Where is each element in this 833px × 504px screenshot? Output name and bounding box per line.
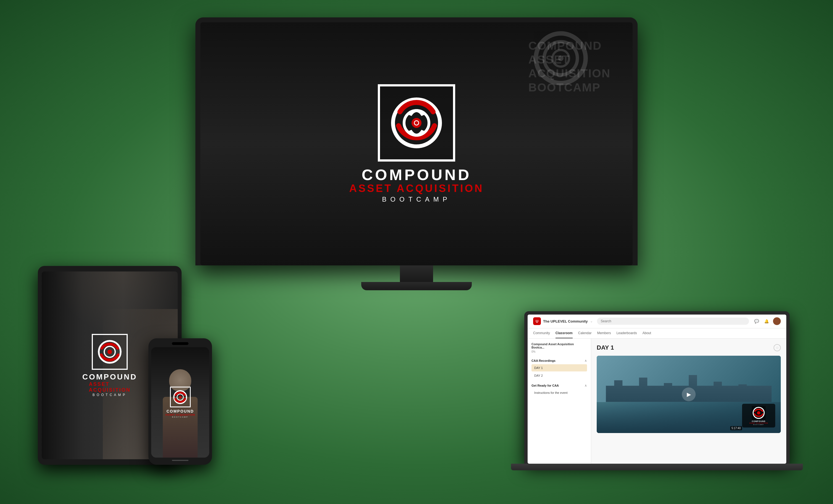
overlay-logo-text-compound: COMPOUND xyxy=(752,420,766,422)
laptop-base xyxy=(511,464,803,470)
main-content: DAY 1 ○ ▶ xyxy=(591,338,786,464)
phone-logo-svg xyxy=(173,390,187,404)
bg-logo-hint xyxy=(533,31,588,86)
laptop-frame: U The UPLEVEL Community ⌄ 💬 🔔 xyxy=(524,311,790,464)
tablet-logo-box xyxy=(92,334,128,370)
section-get-ready: Get Ready for CAA ∧ Instructions for the… xyxy=(531,382,587,396)
section-title-getready: Get Ready for CAA xyxy=(531,384,559,387)
title-row: DAY 1 ○ xyxy=(597,344,781,351)
monitor-logo: COMPOUND ASSET ACQUISITION BOOTCAMP xyxy=(349,84,484,203)
phone-bootcamp-text: BOOTCAMP xyxy=(172,416,188,418)
logo-asset-text: ASSET ACQUISITION xyxy=(349,182,484,195)
section-header-recordings[interactable]: CAA Recordings ∧ xyxy=(531,357,587,364)
day-title: DAY 1 xyxy=(597,344,614,351)
video-duration: 5:17:40 xyxy=(730,426,742,430)
header-icons: 💬 🔔 xyxy=(753,317,781,325)
tablet-asset-text: ASSETACQUISITION xyxy=(89,381,130,393)
org-logo-icon: U xyxy=(533,317,541,325)
monitor-screen: COMPOUNDASSETACQUISITIONBOOTCAMP xyxy=(200,22,633,266)
section-caa-recordings: CAA Recordings ∧ DAY 1 DAY 2 xyxy=(531,357,587,379)
nav-classroom[interactable]: Classroom xyxy=(555,328,573,338)
app-header: U The UPLEVEL Community ⌄ 💬 🔔 xyxy=(528,314,786,328)
video-thumbnail[interactable]: ▶ COM xyxy=(597,356,781,433)
nav-community[interactable]: Community xyxy=(533,328,550,338)
phone: COMPOUND ASSET ACQUISITION BOOTCAMP xyxy=(148,338,212,465)
laptop: U The UPLEVEL Community ⌄ 💬 🔔 xyxy=(524,311,790,470)
phone-frame: COMPOUND ASSET ACQUISITION BOOTCAMP xyxy=(148,338,212,465)
nav-leaderboards[interactable]: Leaderboards xyxy=(616,328,637,338)
sidebar-item-day1[interactable]: DAY 1 xyxy=(531,364,587,372)
overlay-logo-text-bootcamp: BOOTCAMP xyxy=(754,424,764,425)
svg-point-16 xyxy=(179,396,181,398)
app-body: Compound Asset Acquisition Bootca... 0% … xyxy=(528,338,786,464)
tablet-logo: COMPOUND ASSETACQUISITION BOOTCAMP xyxy=(82,334,137,397)
notification-icon[interactable]: 🔔 xyxy=(763,318,770,325)
nav-about[interactable]: About xyxy=(643,328,651,338)
tablet-bootcamp-text: BOOTCAMP xyxy=(93,393,127,397)
sidebar-item-day2[interactable]: DAY 2 xyxy=(531,372,587,379)
scene: COMPOUNDASSETACQUISITIONBOOTCAMP xyxy=(29,18,804,487)
video-logo-overlay: COMPOUND ASSET ACQUISITION BOOTCAMP xyxy=(742,404,775,428)
nav-calendar[interactable]: Calendar xyxy=(578,328,592,338)
section-toggle-getready[interactable]: ∧ xyxy=(585,384,587,387)
logo-bootcamp-text: BOOTCAMP xyxy=(382,196,451,203)
play-button[interactable]: ▶ xyxy=(682,387,696,401)
dropdown-arrow-icon[interactable]: ⌄ xyxy=(590,319,593,323)
uplevel-app: U The UPLEVEL Community ⌄ 💬 🔔 xyxy=(528,314,786,464)
app-nav: Community Classroom Calendar Members Lea… xyxy=(528,328,786,338)
org-name: The UPLEVEL Community xyxy=(543,319,588,323)
section-title-recordings: CAA Recordings xyxy=(531,359,555,362)
monitor-stand xyxy=(195,266,638,290)
phone-notch xyxy=(172,342,189,345)
search-input[interactable] xyxy=(597,318,749,325)
phone-asset-text: ASSET ACQUISITION xyxy=(165,413,195,416)
monitor-base xyxy=(361,282,472,290)
logo-compound-text: COMPOUND xyxy=(362,167,472,182)
complete-icon[interactable]: ○ xyxy=(774,344,781,351)
phone-logo: COMPOUND ASSET ACQUISITION BOOTCAMP xyxy=(165,387,195,418)
course-title: Compound Asset Acquisition Bootca... xyxy=(531,343,587,349)
svg-point-4 xyxy=(393,99,440,146)
desktop-monitor: COMPOUNDASSETACQUISITIONBOOTCAMP xyxy=(195,18,638,290)
svg-point-10 xyxy=(757,411,760,414)
svg-point-6 xyxy=(411,118,422,128)
video-logo-svg xyxy=(752,406,766,420)
logo-frame xyxy=(378,84,455,161)
nav-members[interactable]: Members xyxy=(597,328,611,338)
caa-logo-svg xyxy=(389,95,444,151)
tablet-logo-svg xyxy=(97,339,122,364)
svg-point-7 xyxy=(414,121,419,125)
course-sidebar: Compound Asset Acquisition Bootca... 0% … xyxy=(528,338,591,464)
tablet-compound-text: COMPOUND xyxy=(82,373,137,381)
course-progress: 0% xyxy=(531,350,587,353)
user-avatar[interactable] xyxy=(773,317,781,325)
sidebar-item-instructions[interactable]: Instructions for the event xyxy=(531,389,587,396)
monitor-neck xyxy=(400,266,433,282)
phone-logo-box xyxy=(170,387,191,407)
section-toggle-recordings[interactable]: ∧ xyxy=(585,359,587,362)
svg-point-3 xyxy=(558,55,564,61)
section-header-getready[interactable]: Get Ready for CAA ∧ xyxy=(531,382,587,389)
phone-compound-text: COMPOUND xyxy=(166,409,194,413)
phone-screen: COMPOUND ASSET ACQUISITION BOOTCAMP xyxy=(151,347,209,458)
phone-home-indicator xyxy=(172,460,189,461)
svg-point-5 xyxy=(404,110,429,135)
laptop-screen: U The UPLEVEL Community ⌄ 💬 🔔 xyxy=(528,314,786,464)
message-icon[interactable]: 💬 xyxy=(753,318,760,325)
svg-point-13 xyxy=(108,349,112,354)
logo-area: U The UPLEVEL Community ⌄ xyxy=(533,317,593,325)
